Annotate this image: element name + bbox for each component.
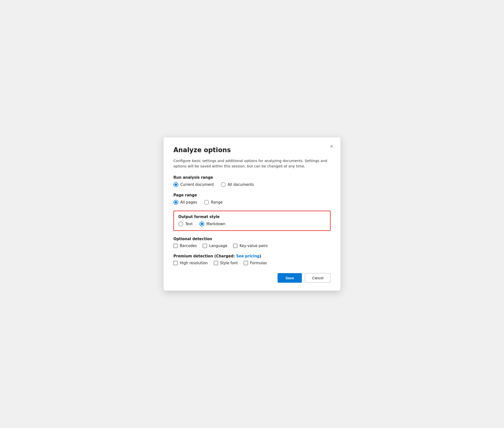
page-range-group: All pages Range xyxy=(173,200,331,205)
radio-markdown[interactable] xyxy=(199,221,204,226)
checkbox-barcodes[interactable] xyxy=(173,244,178,248)
radio-range[interactable] xyxy=(204,200,209,205)
radio-label-all-documents[interactable]: All documents xyxy=(221,182,254,187)
radio-label-range[interactable]: Range xyxy=(204,200,223,205)
checkbox-label-barcodes[interactable]: Barcodes xyxy=(173,244,197,248)
checkbox-label-language[interactable]: Language xyxy=(203,244,227,248)
radio-all-documents-label: All documents xyxy=(228,182,254,187)
radio-current-document[interactable] xyxy=(173,182,178,187)
radio-label-current-document[interactable]: Current document xyxy=(173,182,214,187)
checkbox-key-value-pairs[interactable] xyxy=(233,244,238,248)
premium-detection-section: Premium detection (Charged: See pricing)… xyxy=(173,254,331,265)
checkbox-label-high-resolution[interactable]: High resolution xyxy=(173,261,208,265)
checkbox-key-value-pairs-label: Key-value pairs xyxy=(239,244,268,248)
output-format-style-group: Text Markdown xyxy=(178,221,326,226)
radio-text[interactable] xyxy=(178,221,183,226)
optional-detection-group: Barcodes Language Key-value pairs xyxy=(173,244,331,248)
output-format-style-title: Output format style xyxy=(178,215,326,219)
page-range-title: Page range xyxy=(173,193,331,197)
checkbox-label-style-font[interactable]: Style font xyxy=(214,261,238,265)
dialog-title: Analyze options xyxy=(173,146,331,154)
dialog-footer: Save Cancel xyxy=(173,273,331,283)
checkbox-barcodes-label: Barcodes xyxy=(180,244,197,248)
output-format-style-section: Output format style Text Markdown xyxy=(173,211,331,231)
run-analysis-range-title: Run analysis range xyxy=(173,175,331,180)
checkbox-formulas-label: Formulas xyxy=(250,261,267,265)
analyze-options-dialog: × Analyze options Configure basic settin… xyxy=(164,137,340,291)
radio-all-pages-label: All pages xyxy=(180,200,197,205)
checkbox-language[interactable] xyxy=(203,244,207,248)
optional-detection-section: Optional detection Barcodes Language Key… xyxy=(173,237,331,248)
page-range-section: Page range All pages Range xyxy=(173,193,331,205)
premium-detection-title-prefix: Premium detection (Charged: xyxy=(173,254,236,258)
checkbox-formulas[interactable] xyxy=(244,261,248,265)
premium-detection-title: Premium detection (Charged: See pricing) xyxy=(173,254,331,258)
checkbox-language-label: Language xyxy=(209,244,227,248)
premium-detection-title-suffix: ) xyxy=(260,254,261,258)
radio-markdown-label: Markdown xyxy=(206,222,225,226)
radio-label-text[interactable]: Text xyxy=(178,221,193,226)
close-button[interactable]: × xyxy=(329,143,335,150)
radio-text-label: Text xyxy=(185,222,193,226)
checkbox-label-formulas[interactable]: Formulas xyxy=(244,261,267,265)
checkbox-label-key-value-pairs[interactable]: Key-value pairs xyxy=(233,244,268,248)
radio-label-all-pages[interactable]: All pages xyxy=(173,200,197,205)
see-pricing-link[interactable]: See pricing xyxy=(236,254,259,258)
run-analysis-range-group: Current document All documents xyxy=(173,182,331,187)
checkbox-style-font-label: Style font xyxy=(220,261,238,265)
radio-all-documents[interactable] xyxy=(221,182,226,187)
run-analysis-range-section: Run analysis range Current document All … xyxy=(173,175,331,187)
radio-current-document-label: Current document xyxy=(180,182,214,187)
cancel-button[interactable]: Cancel xyxy=(305,273,331,283)
save-button[interactable]: Save xyxy=(278,273,302,283)
optional-detection-title: Optional detection xyxy=(173,237,331,241)
premium-detection-group: High resolution Style font Formulas xyxy=(173,261,331,265)
checkbox-style-font[interactable] xyxy=(214,261,218,265)
radio-range-label: Range xyxy=(211,200,223,205)
radio-all-pages[interactable] xyxy=(173,200,178,205)
dialog-description: Configure basic settings and additional … xyxy=(173,158,331,169)
checkbox-high-resolution-label: High resolution xyxy=(180,261,208,265)
checkbox-high-resolution[interactable] xyxy=(173,261,178,265)
radio-label-markdown[interactable]: Markdown xyxy=(199,221,225,226)
